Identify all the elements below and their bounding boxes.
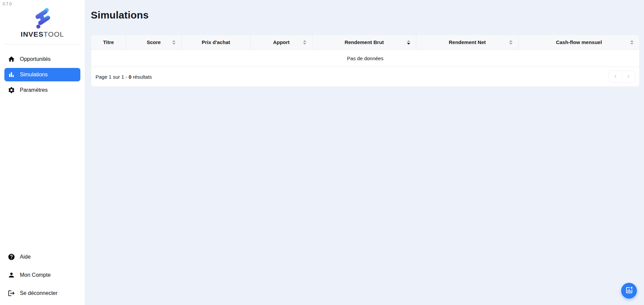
gear-icon	[7, 86, 15, 94]
sidebar-item-parametres[interactable]: Paramètres	[4, 83, 80, 97]
table-empty-state: Pas de données	[91, 50, 639, 67]
simulations-table-card: Titre Score Prix d'achat Apport Rendemen…	[91, 35, 640, 87]
logo: INVESTOOL	[0, 0, 85, 38]
sidebar-nav: Opportunités Simulations Paramètres	[0, 52, 85, 97]
brand-wordmark: INVESTOOL	[0, 30, 85, 38]
sort-icon	[509, 40, 513, 44]
column-label: Cash-flow mensuel	[556, 39, 602, 45]
chevron-right-icon	[626, 74, 631, 80]
page-title: Simulations	[91, 8, 640, 22]
home-icon	[7, 55, 15, 63]
brand-wordmark-light: TOOL	[44, 30, 64, 38]
sidebar-item-label: Mon Compte	[20, 272, 51, 278]
pagination-count: 0	[128, 74, 131, 80]
brand-logo-icon	[30, 7, 55, 30]
pagination-buttons	[609, 71, 635, 83]
column-label: Rendement Net	[449, 39, 486, 45]
sidebar-footer-nav: Aide Mon Compte Se déconnecter	[0, 250, 85, 305]
pagination-bar: Page 1 sur 1 - 0 résultats	[91, 67, 639, 86]
column-header-rendement-net[interactable]: Rendement Net	[416, 35, 519, 49]
pagination-results-label: résultats	[131, 74, 152, 80]
sidebar-divider	[4, 44, 80, 44]
sidebar-spacer	[0, 97, 85, 250]
sidebar-item-mon-compte[interactable]: Mon Compte	[4, 268, 80, 282]
brand-wordmark-bold: INVES	[21, 30, 44, 38]
column-label: Score	[147, 39, 161, 45]
sidebar-item-label: Aide	[20, 254, 31, 260]
add-chart-icon	[625, 286, 633, 295]
column-label: Titre	[103, 39, 114, 45]
chevron-left-icon	[613, 74, 618, 80]
column-label: Prix d'achat	[202, 39, 230, 45]
help-icon	[7, 253, 15, 261]
sort-icon	[407, 40, 410, 44]
previous-page-button[interactable]	[609, 71, 622, 83]
column-header-cash-flow-mensuel[interactable]: Cash-flow mensuel	[519, 35, 639, 49]
column-label: Apport	[273, 39, 290, 45]
sidebar: 0.7.0 INVESTOOL Op	[0, 0, 85, 305]
sort-icon	[630, 40, 634, 44]
logout-icon	[7, 289, 15, 297]
sort-icon	[303, 40, 306, 44]
sidebar-item-label: Opportunités	[20, 56, 51, 62]
table-header-row: Titre Score Prix d'achat Apport Rendemen…	[91, 35, 639, 50]
sidebar-item-label: Simulations	[20, 72, 48, 78]
sort-icon	[172, 40, 176, 44]
sidebar-item-label: Se déconnecter	[20, 290, 58, 296]
sidebar-item-aide[interactable]: Aide	[4, 250, 80, 264]
column-header-apport[interactable]: Apport	[251, 35, 312, 49]
sidebar-item-simulations[interactable]: Simulations	[4, 68, 80, 81]
column-header-rendement-brut[interactable]: Rendement Brut	[312, 35, 416, 49]
sidebar-item-opportunites[interactable]: Opportunités	[4, 52, 80, 66]
bar-chart-icon	[7, 71, 15, 79]
column-label: Rendement Brut	[345, 39, 384, 45]
next-page-button[interactable]	[622, 71, 635, 83]
pagination-summary: Page 1 sur 1 - 0 résultats	[96, 74, 152, 80]
sidebar-item-label: Paramètres	[20, 87, 48, 93]
app-version: 0.7.0	[3, 2, 12, 6]
column-header-score[interactable]: Score	[126, 35, 182, 49]
sidebar-item-se-deconnecter[interactable]: Se déconnecter	[4, 286, 80, 301]
pagination-page-text: Page 1 sur 1 -	[96, 74, 128, 80]
column-header-titre: Titre	[91, 35, 126, 49]
user-icon	[7, 271, 15, 279]
column-header-prix-dachat: Prix d'achat	[182, 35, 251, 49]
empty-state-text: Pas de données	[347, 55, 383, 61]
add-simulation-fab[interactable]	[621, 283, 637, 299]
main-content: Simulations Titre Score Prix d'achat App…	[85, 0, 644, 305]
